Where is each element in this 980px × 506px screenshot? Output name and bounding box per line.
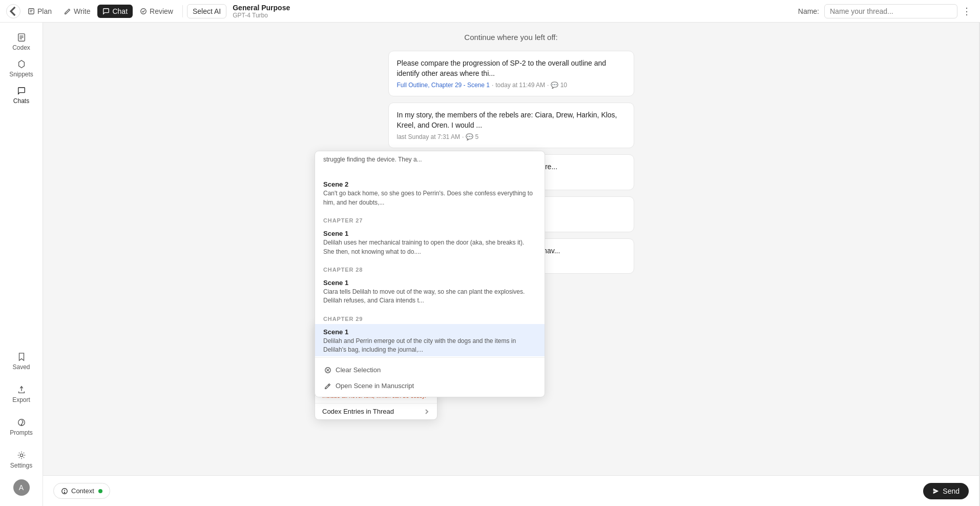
card-meta-0: Full Outline, Chapter 29 - Scene 1 · tod… [397,82,625,89]
sidebar-settings-label: Settings [10,462,32,469]
chat-card-1[interactable]: In my story, the members of the rebels a… [388,103,634,148]
top-nav: Plan Write Chat Review Select AI General… [0,0,980,23]
model-info: General Purpose GPT-4 Turbo [233,4,290,19]
select-ai-button[interactable]: Select AI [187,4,226,18]
chapter-29-header: CHAPTER 29 [315,311,545,324]
sidebar-snippets-label: Snippets [9,71,33,78]
more-button[interactable]: ⋮ [960,4,974,18]
main-layout: Codex Snippets Chats Saved [0,23,980,506]
card-text-1: In my story, the members of the rebels a… [397,110,625,130]
open-scene-button[interactable]: Open Scene in Manuscript [319,378,540,394]
sidebar-item-export[interactable]: Export [10,381,33,408]
nav-plan[interactable]: Plan [23,5,57,18]
chapter-header-partial [315,169,545,176]
scene-partial-top[interactable]: struggle finding the device. They a... [315,151,545,169]
name-label: Name: [798,7,819,15]
sidebar-export-label: Export [12,396,30,403]
nav-chat[interactable]: Chat [97,5,133,18]
card-text-0: Please compare the progression of SP-2 t… [397,58,625,78]
card-meta-1: last Sunday at 7:31 AM · 💬 5 [397,133,625,140]
chapter-28-header: CHAPTER 28 [315,261,545,275]
scene-dropdown-scroll[interactable]: struggle finding the device. They a... S… [315,151,545,356]
chat-card-0[interactable]: Please compare the progression of SP-2 t… [388,51,634,96]
user-avatar[interactable]: A [13,479,30,496]
sidebar: Codex Snippets Chats Saved [0,23,43,506]
sidebar-bottom: Saved Export Prompts [10,348,33,500]
scene-dropdown-panel: struggle finding the device. They a... S… [315,151,545,397]
nav-divider [182,5,183,17]
sidebar-item-chats[interactable]: Chats [0,82,43,109]
chevron-right-icon [424,409,430,415]
scene-dropdown-overlay: struggle finding the device. They a... S… [315,151,545,397]
chapter-27-header: CHAPTER 27 [315,212,545,226]
sidebar-prompts-label: Prompts [10,429,33,436]
nav-write[interactable]: Write [59,5,95,18]
send-button[interactable]: Send [923,483,969,499]
ch29-scene1[interactable]: Scene 1 Delilah and Perrin emerge out of… [315,324,545,356]
nav-review[interactable]: Review [135,5,178,18]
main-content: Continue where you left off: Please comp… [43,23,979,506]
send-icon [932,488,940,495]
ch28-scene1[interactable]: Scene 1 Ciara tells Delilah to move out … [315,275,545,311]
sidebar-item-settings[interactable]: Settings [10,447,33,473]
context-button[interactable]: Context [53,483,110,499]
thread-name-input[interactable] [824,4,957,18]
sidebar-item-codex[interactable]: Codex [0,29,43,55]
svg-point-16 [64,492,65,492]
sidebar-chats-label: Chats [13,97,29,105]
bottom-bar: Context Send [43,475,979,506]
dropdown-actions: Clear Selection Open Scene in Manuscript [315,359,545,397]
sidebar-item-prompts[interactable]: Prompts [10,414,33,440]
context-status-dot [98,489,102,493]
sidebar-saved-label: Saved [12,363,30,371]
sidebar-codex-label: Codex [12,44,30,51]
back-button[interactable] [6,4,20,18]
scene-2-partial[interactable]: Scene 2 Can't go back home, so she goes … [315,176,545,212]
codex-row-title: Codex Entries in Thread [322,408,394,415]
ch27-scene1[interactable]: Scene 1 Delilah uses her mechanical trai… [315,226,545,261]
svg-point-10 [20,454,23,456]
continue-label: Continue where you left off: [464,33,557,42]
edit-icon [324,382,331,390]
sidebar-item-snippets[interactable]: Snippets [0,55,43,82]
clear-selection-button[interactable]: Clear Selection [319,362,540,378]
clear-icon [324,367,331,374]
context-row-codex[interactable]: Codex Entries in Thread [315,403,437,419]
context-icon [61,488,68,495]
dropdown-actions-divider [315,357,545,358]
sidebar-item-saved[interactable]: Saved [10,348,33,375]
svg-rect-0 [29,8,34,14]
svg-point-9 [21,424,22,426]
